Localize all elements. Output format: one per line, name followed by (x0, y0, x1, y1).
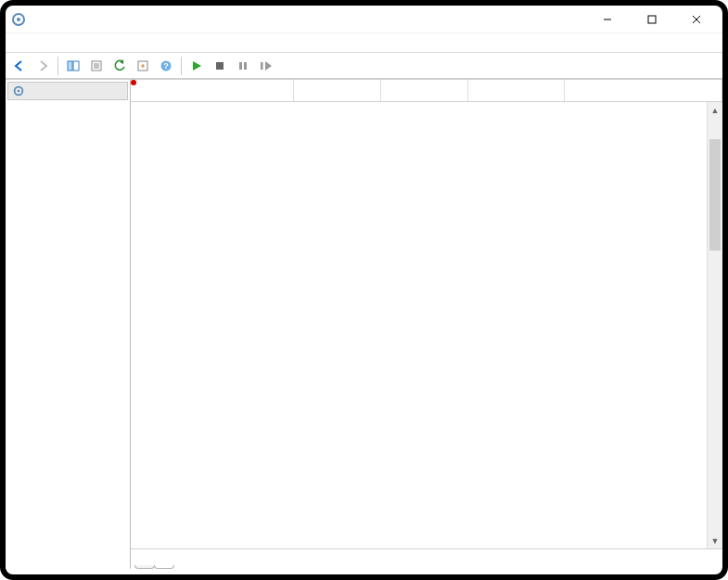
svg-rect-16 (239, 62, 242, 70)
vertical-scrollbar[interactable]: ▲ ▼ (707, 102, 722, 548)
pause-service-button[interactable] (233, 56, 253, 76)
toolbar: ? (6, 53, 722, 79)
minimize-button[interactable] (587, 6, 628, 32)
nav-back-button[interactable] (9, 56, 30, 76)
svg-rect-6 (68, 61, 72, 71)
sidebar (6, 80, 131, 569)
services-app-icon (11, 12, 26, 27)
menubar (6, 33, 722, 52)
col-logon[interactable] (565, 80, 722, 101)
nav-forward-button[interactable] (32, 56, 53, 76)
scroll-thumb[interactable] (709, 139, 721, 251)
svg-point-1 (17, 18, 20, 21)
main-panel: ▲ ▼ (131, 80, 722, 569)
refresh-button[interactable] (109, 56, 130, 76)
tab-standard[interactable] (154, 565, 174, 569)
tab-extended[interactable] (134, 565, 155, 569)
column-headers (131, 80, 722, 102)
col-name[interactable] (131, 80, 294, 101)
col-state[interactable] (381, 80, 468, 101)
svg-point-20 (18, 90, 20, 93)
export-list-button[interactable] (133, 56, 153, 76)
svg-text:?: ? (163, 61, 169, 71)
svg-rect-7 (73, 61, 79, 71)
gear-icon (12, 84, 25, 97)
svg-rect-15 (216, 62, 224, 70)
svg-line-5 (693, 16, 700, 23)
svg-line-4 (693, 16, 700, 23)
col-start[interactable] (468, 80, 565, 101)
start-service-button[interactable] (186, 56, 207, 76)
col-desc[interactable] (294, 80, 381, 101)
service-list[interactable] (131, 102, 722, 548)
maximize-button[interactable] (632, 6, 672, 32)
help-button[interactable]: ? (156, 56, 176, 76)
scroll-up-arrow[interactable]: ▲ (708, 102, 722, 118)
svg-rect-18 (261, 62, 263, 70)
close-button[interactable] (676, 6, 717, 32)
sidebar-item-services-local[interactable] (7, 82, 128, 100)
show-tree-button[interactable] (63, 56, 83, 76)
properties-button[interactable] (86, 56, 107, 76)
stop-service-button[interactable] (210, 56, 230, 76)
scroll-down-arrow[interactable]: ▼ (708, 533, 722, 548)
titlebar (6, 6, 722, 33)
svg-rect-3 (648, 16, 656, 23)
restart-service-button[interactable] (256, 56, 276, 76)
svg-rect-17 (244, 62, 247, 70)
tab-strip (131, 548, 722, 569)
